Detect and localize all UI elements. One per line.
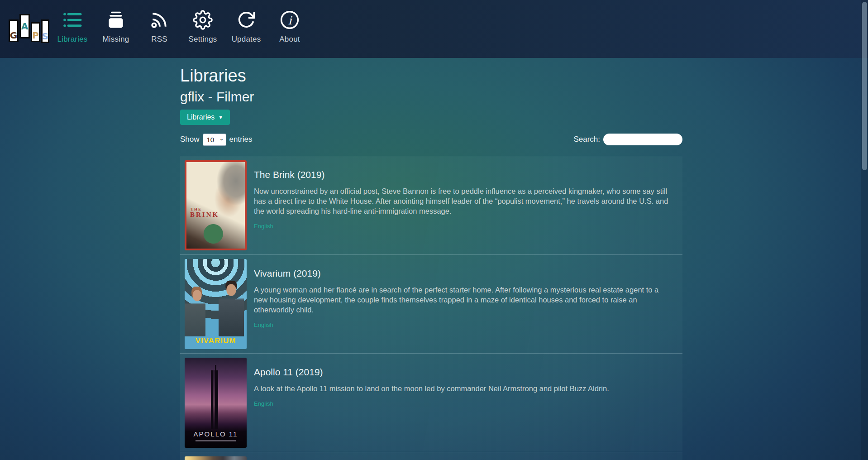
nav-item-missing[interactable]: Missing [94,0,138,44]
search-control: Search: [573,134,682,145]
nav-item-libraries[interactable]: Libraries [51,0,94,44]
refresh-icon [236,10,257,30]
logo-letter-a: A [21,21,28,32]
movie-title: Apollo 11 (2019) [254,367,674,378]
poster-text: BRINK [190,211,219,219]
movie-poster-vivarium: VIVARIUM [185,259,247,349]
movie-description: Now unconstrained by an official post, S… [254,186,674,216]
list-icon [62,10,83,30]
movie-info: Vivarium (2019) A young woman and her fi… [247,259,674,349]
entries-label: entries [229,135,253,144]
movie-list: THE BRINK The Brink (2019) Now unconstra… [180,156,682,460]
libraries-dropdown-button[interactable]: Libraries ▼ [180,110,230,125]
svg-text:i: i [288,14,292,27]
nav-label-updates: Updates [232,35,261,44]
page-length-control: Show 10 ⌄ entries [180,134,253,146]
movie-row-vivarium: VIVARIUM Vivarium (2019) A young woman a… [180,255,682,354]
logo-tile-g: G [9,19,19,42]
movie-language: English [254,223,674,230]
table-controls: Show 10 ⌄ entries Search: [180,133,682,146]
rss-icon [149,10,170,30]
poster-figure-left [185,287,205,336]
poster-text: APOLLO 11 [185,430,247,438]
nav-item-rss[interactable]: RSS [138,0,181,44]
movie-title: The Brink (2019) [254,169,674,180]
movie-row-apollo-11: APOLLO 11 Apollo 11 (2019) A look at the… [180,354,682,452]
gaps-logo: G A P S [0,0,51,58]
main-content: Libraries gflix - Filmer Libraries ▼ Sho… [180,58,682,460]
movie-poster-the-brink: THE BRINK [185,160,247,250]
search-input[interactable] [603,134,682,145]
poster-text: VIVARIUM [185,336,247,345]
logo-tile-p: P [31,22,40,42]
movie-title: Vivarium (2019) [254,268,674,279]
logo-tile-a: A [19,14,30,38]
scrollbar-track[interactable] [861,0,868,460]
page-length-select-wrap: 10 ⌄ [203,134,226,146]
search-label: Search: [573,135,600,144]
info-icon: i [279,10,300,30]
page-length-select[interactable]: 10 [203,134,226,146]
movie-info: The Brink (2019) Now unconstrained by an… [247,160,674,250]
page-title: Libraries [180,67,682,84]
show-label: Show [180,135,200,144]
movie-poster-apollo-11: APOLLO 11 [185,358,247,448]
logo-tile-s: S [41,19,49,43]
nav-label-settings: Settings [188,35,217,44]
nav-item-settings[interactable]: Settings [181,0,224,44]
movie-poster-partial [185,456,247,460]
caret-down-icon: ▼ [218,115,223,120]
scrollbar-thumb[interactable] [862,2,867,170]
nav-label-about: About [279,35,300,44]
nav-label-missing: Missing [102,35,129,44]
movie-row-the-brink: THE BRINK The Brink (2019) Now unconstra… [180,156,682,255]
movie-language: English [254,400,674,407]
gear-icon [192,10,213,30]
poster-figure-right [219,281,244,336]
nav-label-libraries: Libraries [57,35,88,44]
movie-info [247,456,674,460]
logo-letter-p: P [32,30,39,41]
movie-info: Apollo 11 (2019) A look at the Apollo 11… [247,358,674,448]
navbar: G A P S Libraries Missing [0,0,868,58]
library-name-heading: gflix - Filmer [180,90,682,104]
libraries-dropdown-label: Libraries [187,113,215,121]
poster-caption-line [196,440,236,441]
nav-item-updates[interactable]: Updates [224,0,268,44]
nav-label-rss: RSS [151,35,167,44]
logo-letter-s: S [42,31,48,42]
movie-description: A young woman and her fiancé are in sear… [254,285,674,315]
movie-description: A look at the Apollo 11 mission to land … [254,383,674,393]
archive-box-icon [105,10,126,30]
logo-letter-g: G [10,30,17,41]
poster-rocket-tower [211,370,218,429]
movie-language: English [254,321,674,328]
movie-row-partial [180,452,682,460]
nav-item-about[interactable]: i About [268,0,311,44]
